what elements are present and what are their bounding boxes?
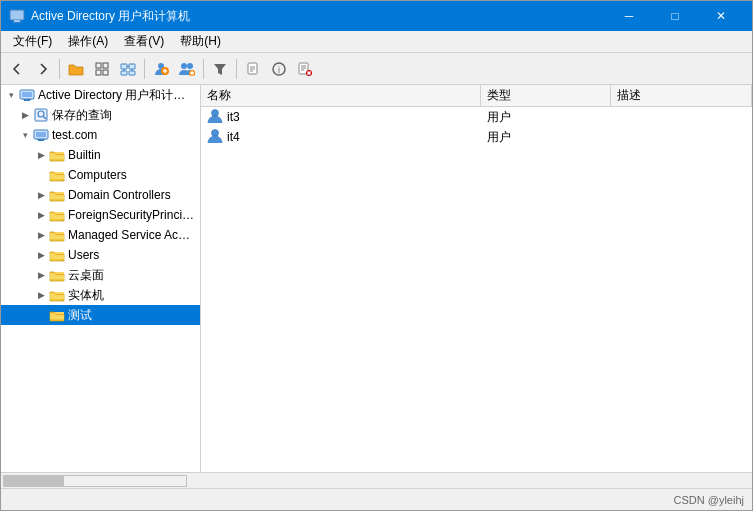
tree-root[interactable]: ▾ Active Directory 用户和计算机 (1, 85, 200, 105)
managed-service-icon (49, 227, 65, 243)
cloud-desktop-icon (49, 267, 65, 283)
tree-item-entity[interactable]: ▶ 实体机 (1, 285, 200, 305)
svg-rect-38 (22, 92, 32, 97)
users-icon (49, 247, 65, 263)
tree-item-users[interactable]: ▶ Users (1, 245, 200, 265)
test-ou-icon (49, 307, 65, 323)
saved-queries-icon (33, 107, 49, 123)
separator-4 (236, 59, 237, 79)
domain-controllers-label: Domain Controllers (68, 188, 171, 202)
folder-button[interactable] (64, 57, 88, 81)
builtin-icon (49, 147, 65, 163)
grid-button[interactable] (90, 57, 114, 81)
col-header-name[interactable]: 名称 (201, 85, 481, 106)
svg-rect-7 (121, 64, 127, 69)
svg-rect-39 (23, 99, 31, 100)
list-item-it3[interactable]: it3 用户 (201, 107, 752, 127)
tree-item-builtin[interactable]: ▶ Builtin (1, 145, 200, 165)
svg-point-49 (212, 129, 219, 136)
connect-button[interactable] (116, 57, 140, 81)
builtin-label: Builtin (68, 148, 101, 162)
builtin-expander: ▶ (33, 147, 49, 163)
svg-rect-46 (37, 139, 45, 140)
svg-point-18 (181, 63, 187, 69)
svg-point-48 (212, 109, 219, 116)
users-label: Users (68, 248, 99, 262)
test-com-icon (33, 127, 49, 143)
menu-action[interactable]: 操作(A) (60, 31, 116, 52)
status-bar: CSDN @yleihj (1, 488, 752, 510)
separator-2 (144, 59, 145, 79)
domain-controllers-icon (49, 187, 65, 203)
tree-item-managed-service[interactable]: ▶ Managed Service Acco... (1, 225, 200, 245)
cell-name-it3: it3 (201, 107, 481, 127)
list-header: 名称 类型 描述 (201, 85, 752, 107)
tree-scrollbar-thumb (4, 476, 64, 486)
properties-button[interactable]: i (267, 57, 291, 81)
root-label: Active Directory 用户和计算机 (38, 87, 196, 104)
entity-icon (49, 287, 65, 303)
close-button[interactable]: ✕ (698, 1, 744, 31)
filter-button[interactable] (208, 57, 232, 81)
group-button[interactable] (175, 57, 199, 81)
menu-file[interactable]: 文件(F) (5, 31, 60, 52)
svg-rect-2 (12, 22, 22, 23)
menu-view[interactable]: 查看(V) (116, 31, 172, 52)
cloud-desktop-label: 云桌面 (68, 267, 104, 284)
root-expander: ▾ (3, 87, 19, 103)
user-icon-it3 (207, 108, 223, 127)
tree-item-test-com[interactable]: ▾ test.com (1, 125, 200, 145)
computers-label: Computers (68, 168, 127, 182)
managed-service-expander: ▶ (33, 227, 49, 243)
cloud-desktop-expander: ▶ (33, 267, 49, 283)
svg-rect-45 (36, 132, 46, 137)
tree-item-test-ou[interactable]: ▶ 测试 (1, 305, 200, 325)
delete-button[interactable] (293, 57, 317, 81)
main-content: ▾ Active Directory 用户和计算机 ▶ (1, 85, 752, 472)
menu-bar: 文件(F) 操作(A) 查看(V) 帮助(H) (1, 31, 752, 53)
search-button[interactable] (241, 57, 265, 81)
cell-name-it4: it4 (201, 127, 481, 147)
app-icon (9, 8, 25, 24)
tree-horizontal-scrollbar[interactable] (3, 475, 187, 487)
forward-button[interactable] (31, 57, 55, 81)
svg-rect-4 (103, 63, 108, 68)
minimize-button[interactable]: ─ (606, 1, 652, 31)
separator-1 (59, 59, 60, 79)
right-panel: 名称 类型 描述 (201, 85, 752, 472)
svg-rect-0 (10, 10, 24, 20)
test-com-label: test.com (52, 128, 97, 142)
bottom-scrollbar-area (1, 472, 752, 488)
computers-icon (49, 167, 65, 183)
window-title: Active Directory 用户和计算机 (31, 8, 606, 25)
cell-type-it4: 用户 (481, 127, 611, 147)
toolbar: i (1, 53, 752, 85)
maximize-button[interactable]: □ (652, 1, 698, 31)
managed-service-label: Managed Service Acco... (68, 228, 196, 242)
tree-item-saved-queries[interactable]: ▶ 保存的查询 (1, 105, 200, 125)
root-icon (19, 87, 35, 103)
col-header-type[interactable]: 类型 (481, 85, 611, 106)
col-header-desc[interactable]: 描述 (611, 85, 752, 106)
foreign-security-icon (49, 207, 65, 223)
cell-desc-it3 (611, 107, 752, 127)
svg-rect-1 (14, 20, 20, 22)
foreign-security-expander: ▶ (33, 207, 49, 223)
list-body: it3 用户 it4 (201, 107, 752, 472)
menu-help[interactable]: 帮助(H) (172, 31, 229, 52)
cell-desc-it4 (611, 127, 752, 147)
svg-rect-8 (129, 64, 135, 69)
list-item-it4[interactable]: it4 用户 (201, 127, 752, 147)
saved-queries-label: 保存的查询 (52, 107, 112, 124)
svg-rect-12 (121, 71, 127, 75)
tree-item-foreign-security[interactable]: ▶ ForeignSecurityPrincip... (1, 205, 200, 225)
back-button[interactable] (5, 57, 29, 81)
tree-item-cloud-desktop[interactable]: ▶ 云桌面 (1, 265, 200, 285)
tree-item-domain-controllers[interactable]: ▶ Domain Controllers (1, 185, 200, 205)
svg-rect-6 (103, 70, 108, 75)
svg-point-19 (187, 63, 193, 69)
user-button[interactable] (149, 57, 173, 81)
tree-item-computers[interactable]: ▶ Computers (1, 165, 200, 185)
svg-text:i: i (278, 65, 280, 75)
title-bar: Active Directory 用户和计算机 ─ □ ✕ (1, 1, 752, 31)
